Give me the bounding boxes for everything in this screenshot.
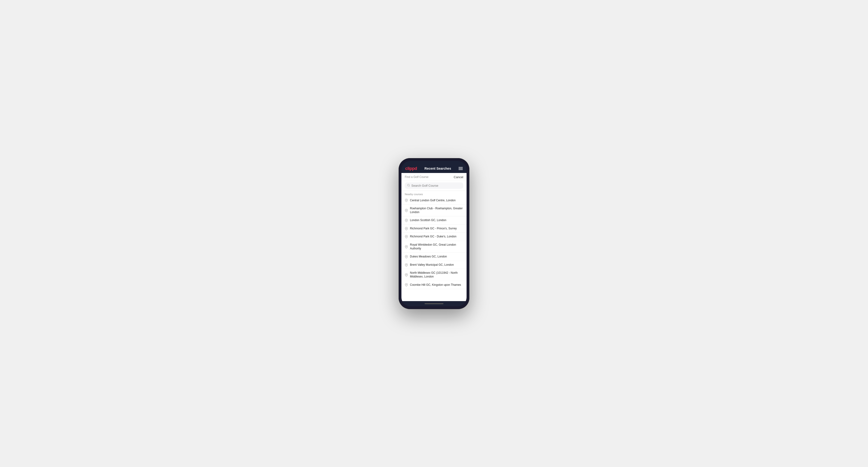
search-box-container: [401, 181, 467, 191]
location-pin-icon: [405, 199, 408, 202]
home-bar: [425, 303, 443, 304]
course-list: Central London Golf Centre, London Roeha…: [401, 196, 467, 301]
location-pin-icon: [405, 227, 408, 230]
menu-icon[interactable]: [459, 167, 463, 170]
course-name: Brent Valley Municipal GC, London: [410, 263, 454, 267]
location-pin-icon: [405, 263, 408, 267]
app-logo: clippd: [405, 166, 417, 171]
svg-point-5: [406, 228, 407, 229]
location-pin-icon: [405, 235, 408, 238]
location-pin-icon: [405, 245, 408, 248]
course-name: Dukes Meadows GC, London: [410, 255, 447, 259]
cancel-button[interactable]: Cancel: [454, 175, 463, 179]
app-header-title: Recent Searches: [425, 166, 451, 170]
find-label: Find a Golf Course: [405, 175, 429, 179]
list-item[interactable]: Coombe Hill GC, Kingston upon Thames: [401, 281, 467, 289]
course-name: North Middlesex GC (1011942 - North Midd…: [410, 271, 463, 278]
course-name: Coombe Hill GC, Kingston upon Thames: [410, 283, 461, 287]
list-item[interactable]: Richmond Park GC - Duke's, London: [401, 233, 467, 241]
svg-point-10: [406, 274, 407, 275]
list-item[interactable]: Dukes Meadows GC, London: [401, 253, 467, 261]
list-item[interactable]: North Middlesex GC (1011942 - North Midd…: [401, 269, 467, 281]
course-name: Richmond Park GC - Duke's, London: [410, 235, 457, 239]
location-pin-icon: [405, 273, 408, 277]
svg-point-7: [406, 246, 407, 247]
find-header: Find a Golf Course Cancel: [401, 173, 467, 181]
list-item[interactable]: London Scottish GC, London: [401, 216, 467, 225]
location-pin-icon: [405, 283, 408, 286]
course-name: London Scottish GC, London: [410, 219, 446, 222]
home-indicator: [401, 301, 467, 306]
search-input[interactable]: [411, 184, 461, 187]
course-name: Central London Golf Centre, London: [410, 199, 456, 203]
app-header: clippd Recent Searches: [401, 164, 467, 173]
course-name: Royal Wimbledon GC, Great London Authori…: [410, 243, 463, 250]
location-pin-icon: [405, 255, 408, 258]
list-item[interactable]: Richmond Park GC - Prince's, Surrey: [401, 225, 467, 233]
svg-point-3: [406, 210, 407, 211]
list-item[interactable]: Roehampton Club - Roehampton, Greater Lo…: [401, 205, 467, 216]
course-name: Richmond Park GC - Prince's, Surrey: [410, 227, 457, 230]
course-name: Roehampton Club - Roehampton, Greater Lo…: [410, 207, 463, 214]
svg-point-6: [406, 236, 407, 237]
search-input-wrap: [405, 182, 463, 189]
phone-device: clippd Recent Searches Find a Golf Cours…: [399, 158, 469, 309]
svg-point-11: [406, 284, 407, 285]
list-item[interactable]: Brent Valley Municipal GC, London: [401, 261, 467, 269]
phone-screen: clippd Recent Searches Find a Golf Cours…: [401, 161, 467, 306]
svg-point-2: [406, 199, 407, 200]
search-icon: [407, 184, 410, 187]
location-pin-icon: [405, 219, 408, 222]
svg-point-4: [406, 220, 407, 221]
content-area: Find a Golf Course Cancel Nearby courses: [401, 173, 467, 301]
list-item[interactable]: Central London Golf Centre, London: [401, 196, 467, 205]
svg-point-8: [406, 256, 407, 257]
status-bar: [401, 161, 467, 164]
nearby-label: Nearby courses: [401, 191, 467, 196]
location-pin-icon: [405, 209, 408, 212]
svg-line-1: [409, 186, 409, 186]
svg-point-9: [406, 264, 407, 265]
list-item[interactable]: Royal Wimbledon GC, Great London Authori…: [401, 241, 467, 253]
